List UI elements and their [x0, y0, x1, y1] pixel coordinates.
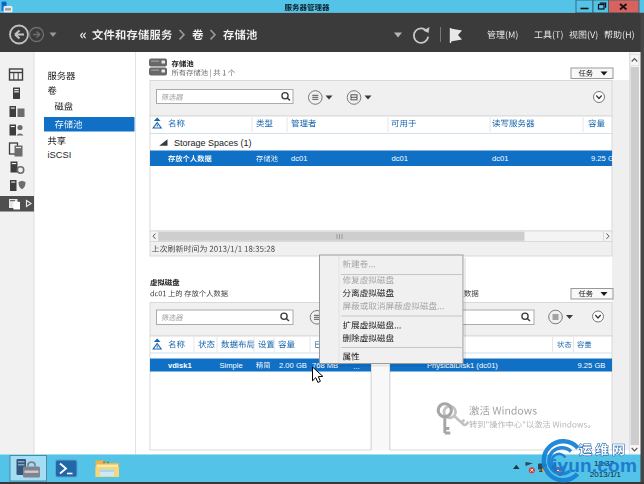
svg-text:9.25 G: 9.25 G: [591, 154, 614, 163]
svg-text:dc01: dc01: [492, 154, 508, 163]
svg-text:iSCSI: iSCSI: [48, 150, 72, 160]
svg-text:2.00 GB: 2.00 GB: [279, 361, 307, 370]
svg-text:Storage Spaces (1): Storage Spaces (1): [174, 138, 252, 148]
svg-text:dc01: dc01: [291, 154, 307, 163]
svg-text:vdisk1: vdisk1: [168, 361, 192, 370]
svg-text:9.25 GB: 9.25 GB: [578, 361, 606, 370]
svg-text:Simple: Simple: [220, 361, 243, 370]
svg-text:dc01: dc01: [392, 154, 408, 163]
svg-text:iyun.com: iyun.com: [552, 455, 637, 476]
